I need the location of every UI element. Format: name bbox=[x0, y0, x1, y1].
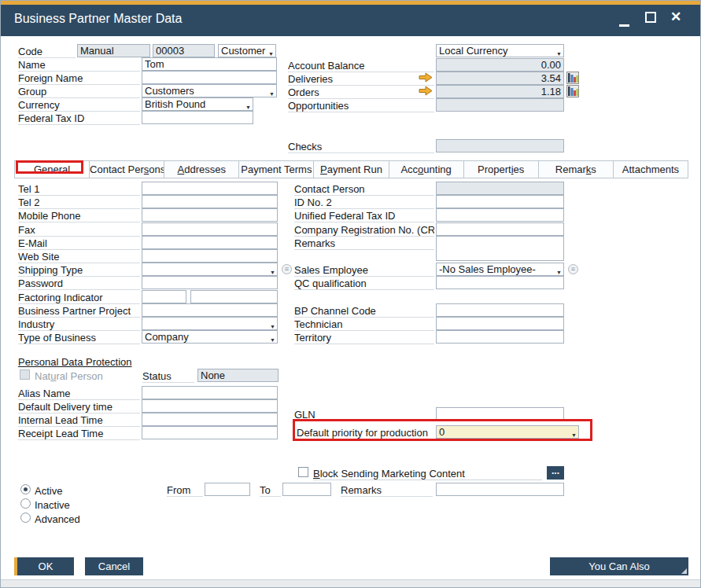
account-balance-label: Account Balance bbox=[288, 60, 434, 72]
window-title: Business Partner Master Data bbox=[14, 12, 182, 26]
define-new-icon[interactable]: ≡ bbox=[282, 264, 292, 274]
type-of-business-select[interactable]: Company▼ bbox=[142, 330, 278, 344]
tab-addresses[interactable]: Addresses bbox=[164, 161, 239, 178]
to-field[interactable] bbox=[282, 483, 331, 496]
status-label: Status bbox=[142, 370, 194, 383]
foreign-name-field[interactable] bbox=[142, 71, 277, 84]
tel1-field[interactable] bbox=[142, 182, 278, 195]
name-field[interactable]: Tom bbox=[142, 57, 277, 71]
foreign-name-label: Foreign Name bbox=[18, 72, 140, 85]
territory-field[interactable] bbox=[436, 330, 564, 344]
factoring-indicator-field[interactable] bbox=[142, 290, 186, 303]
bar-chart-icon[interactable] bbox=[566, 85, 579, 97]
sales-employee-select[interactable]: -No Sales Employee-▼ bbox=[436, 263, 564, 276]
footer-remarks-field[interactable] bbox=[436, 483, 564, 496]
default-priority-select[interactable]: 0▼ bbox=[436, 425, 579, 439]
status-field[interactable]: None bbox=[197, 369, 279, 382]
email-field[interactable] bbox=[142, 236, 278, 249]
chevron-down-icon: ▼ bbox=[556, 48, 562, 57]
tab-contact-persons[interactable]: Contact Persons bbox=[90, 161, 164, 178]
link-arrow-icon[interactable] bbox=[419, 72, 433, 83]
tab-properties[interactable]: Properties bbox=[464, 161, 539, 178]
business-partner-window: Business Partner Master Data ✕ Code Manu… bbox=[0, 0, 701, 588]
contact-person-field[interactable] bbox=[436, 182, 564, 195]
maximize-icon[interactable] bbox=[645, 12, 656, 23]
ok-button[interactable]: OK bbox=[14, 557, 74, 575]
bar-chart-icon[interactable] bbox=[566, 72, 579, 84]
from-field[interactable] bbox=[205, 483, 250, 496]
chevron-down-icon: ▼ bbox=[269, 88, 275, 97]
tel2-field[interactable] bbox=[142, 195, 278, 208]
remarks-field[interactable] bbox=[436, 236, 564, 261]
default-delivery-time-label: Default Delivery time bbox=[18, 401, 140, 413]
code-number-field[interactable]: 00003 bbox=[153, 44, 215, 57]
display-currency-select[interactable]: Local Currency▼ bbox=[436, 44, 564, 57]
opportunities-field[interactable] bbox=[436, 98, 564, 112]
tab-attachments[interactable]: Attachments bbox=[614, 161, 688, 178]
to-label: To bbox=[260, 484, 281, 497]
natural-person-checkbox[interactable] bbox=[20, 369, 30, 380]
internal-lead-time-field[interactable] bbox=[142, 413, 278, 426]
alias-name-field[interactable] bbox=[142, 386, 278, 399]
sales-employee-label: Sales Employee bbox=[294, 264, 434, 277]
more-options-button[interactable]: ... bbox=[547, 466, 564, 480]
code-mode-field[interactable]: Manual bbox=[77, 44, 150, 57]
checks-field[interactable] bbox=[436, 139, 564, 153]
unified-federal-tax-id-field[interactable] bbox=[436, 208, 564, 222]
cancel-button[interactable]: Cancel bbox=[85, 557, 143, 575]
link-arrow-icon[interactable] bbox=[419, 86, 433, 96]
you-can-also-button[interactable]: You Can Also bbox=[550, 557, 688, 575]
shipping-type-select[interactable]: ▼ bbox=[142, 263, 278, 276]
factoring-indicator-label: Factoring Indicator bbox=[18, 292, 140, 304]
contact-person-label: Contact Person bbox=[294, 183, 434, 196]
website-field[interactable] bbox=[142, 249, 278, 263]
qc-qualification-field[interactable] bbox=[436, 276, 564, 289]
email-label: E-Mail bbox=[18, 237, 140, 250]
federal-tax-id-field[interactable] bbox=[142, 111, 253, 124]
deliveries-field[interactable]: 3.54 bbox=[436, 72, 564, 85]
technician-field[interactable] bbox=[436, 317, 564, 330]
gln-field[interactable] bbox=[436, 407, 564, 421]
industry-select[interactable]: ▼ bbox=[142, 317, 278, 330]
code-type-select[interactable]: Customer▼ bbox=[218, 44, 276, 57]
deliveries-label: Deliveries bbox=[288, 73, 434, 86]
tab-remarks[interactable]: Remarks bbox=[539, 161, 614, 178]
minimize-icon[interactable] bbox=[619, 24, 629, 27]
default-delivery-time-field[interactable] bbox=[142, 399, 278, 413]
password-field[interactable] bbox=[142, 276, 278, 289]
password-label: Password bbox=[18, 277, 140, 290]
orders-field[interactable]: 1.18 bbox=[436, 85, 564, 98]
type-of-business-label: Type of Business bbox=[18, 332, 140, 344]
group-label: Group bbox=[18, 86, 140, 98]
active-radio[interactable] bbox=[20, 484, 31, 494]
receipt-lead-time-field[interactable] bbox=[142, 426, 278, 439]
from-label: From bbox=[167, 484, 203, 497]
id-no2-field[interactable] bbox=[436, 195, 564, 208]
tab-payment-run[interactable]: Payment Run bbox=[314, 161, 389, 178]
currency-select[interactable]: British Pound▼ bbox=[142, 97, 253, 111]
block-marketing-checkbox[interactable] bbox=[298, 467, 308, 477]
industry-label: Industry bbox=[18, 318, 140, 331]
crn-field[interactable] bbox=[436, 222, 564, 236]
checks-label: Checks bbox=[288, 141, 434, 153]
bp-channel-code-field[interactable] bbox=[436, 303, 564, 317]
fax-label: Fax bbox=[18, 224, 140, 237]
default-priority-label: Default priority for production bbox=[297, 427, 434, 439]
factoring-indicator-description-field[interactable] bbox=[190, 290, 278, 303]
website-label: Web Site bbox=[18, 251, 140, 263]
receipt-lead-time-label: Receipt Lead Time bbox=[18, 428, 140, 440]
bp-project-field[interactable] bbox=[142, 303, 278, 317]
close-icon[interactable]: ✕ bbox=[670, 9, 681, 25]
tab-accounting[interactable]: Accounting bbox=[389, 161, 464, 178]
inactive-radio[interactable] bbox=[20, 498, 31, 509]
advanced-radio[interactable] bbox=[20, 513, 31, 523]
define-new-icon[interactable]: ≡ bbox=[568, 264, 578, 274]
tab-general[interactable]: General bbox=[14, 161, 90, 178]
chevron-down-icon: ▼ bbox=[270, 334, 275, 344]
fax-field[interactable] bbox=[142, 222, 278, 236]
account-balance-field[interactable]: 0.00 bbox=[436, 58, 564, 72]
chevron-down-icon: ▼ bbox=[268, 48, 274, 57]
mobile-phone-field[interactable] bbox=[142, 208, 278, 222]
tab-payment-terms[interactable]: Payment Terms bbox=[239, 161, 314, 178]
group-select[interactable]: Customers▼ bbox=[142, 84, 277, 97]
